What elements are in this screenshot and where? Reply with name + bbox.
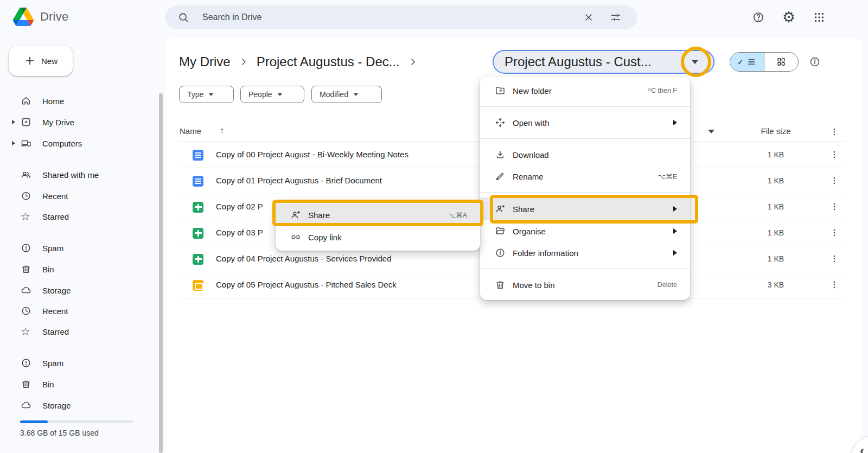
chevron-left-icon: ‹: [860, 443, 864, 453]
file-size-column-header[interactable]: File size: [754, 126, 797, 136]
docs-file-icon: [193, 150, 203, 161]
menu-divider: [480, 192, 690, 193]
search-bar[interactable]: [165, 5, 637, 29]
spam-icon: [21, 243, 31, 253]
rename-pencil-icon: [495, 171, 506, 182]
chevron-down-icon: [209, 93, 213, 96]
info-icon: [495, 247, 506, 258]
help-icon[interactable]: [748, 7, 769, 28]
clear-search-icon[interactable]: [579, 8, 598, 27]
link-icon: [290, 232, 301, 243]
menu-item-share[interactable]: Share: [480, 197, 690, 220]
cloud-icon: [21, 285, 31, 296]
expand-arrow-icon[interactable]: [12, 141, 15, 145]
row-more-options-icon[interactable]: [829, 149, 839, 162]
star-icon: ☆: [21, 326, 31, 337]
storage-progress-fill: [20, 420, 48, 423]
folder-menu-caret-icon[interactable]: [692, 60, 698, 64]
search-input[interactable]: [202, 12, 579, 22]
sidebar-item-my-drive[interactable]: My Drive: [0, 112, 152, 132]
details-info-icon[interactable]: [809, 56, 821, 68]
menu-divider: [480, 138, 690, 139]
slides-file-icon: [193, 280, 203, 291]
folder-context-menu: New folder ^C then F Open with Download …: [480, 76, 690, 300]
breadcrumb-current-folder[interactable]: Project Augustus - Cust...: [493, 50, 714, 74]
apps-grid-icon[interactable]: [808, 7, 830, 28]
top-bar: Drive ⚙: [0, 0, 868, 35]
sidebar-item-recent-2[interactable]: Recent: [0, 301, 152, 321]
submenu-arrow-icon: [673, 250, 677, 256]
row-more-options-icon[interactable]: [829, 253, 839, 266]
clock-icon: [21, 305, 31, 316]
menu-item-folder-information[interactable]: Folder information: [480, 242, 690, 264]
filter-chip-people[interactable]: People: [240, 86, 304, 103]
sidebar-item-home[interactable]: Home: [0, 91, 152, 111]
sidebar-item-bin-2[interactable]: Bin: [0, 374, 152, 394]
storage-progress-bar: [20, 420, 133, 423]
submenu-arrow-icon: [673, 120, 677, 125]
menu-item-move-to-bin[interactable]: Move to bin Delete: [480, 274, 690, 296]
filter-chip-type[interactable]: Type: [179, 86, 234, 103]
submenu-arrow-icon: [673, 228, 677, 234]
open-with-icon: [495, 117, 506, 128]
computers-icon: [21, 138, 31, 149]
sidebar-scrollbar[interactable]: [159, 93, 163, 453]
name-column-header[interactable]: Name: [180, 126, 201, 136]
view-toggle: ✓: [730, 52, 799, 72]
breadcrumb-parent-folder[interactable]: Project Augustus - Dec...: [257, 54, 400, 69]
chevron-right-icon: [407, 56, 418, 67]
organise-folder-icon: [495, 226, 506, 237]
menu-item-open-with[interactable]: Open with: [480, 112, 690, 133]
new-button-label: New: [41, 56, 58, 66]
chevron-down-icon: [278, 93, 282, 96]
drive-logo-icon: [13, 8, 34, 26]
sidebar-item-spam[interactable]: Spam: [0, 238, 152, 258]
menu-divider: [480, 106, 690, 107]
my-drive-icon: [21, 117, 31, 127]
filter-chip-modified[interactable]: Modified: [311, 86, 382, 103]
menu-item-organise[interactable]: Organise: [480, 220, 690, 242]
drive-brand[interactable]: Drive: [13, 8, 68, 26]
row-more-options-icon[interactable]: [829, 175, 839, 188]
sidebar-item-storage[interactable]: Storage: [0, 280, 152, 301]
sidebar-item-shared-with-me[interactable]: Shared with me: [0, 164, 152, 185]
star-icon: ☆: [21, 211, 31, 222]
submenu-item-copy-link[interactable]: Copy link: [276, 226, 480, 248]
list-lines-icon: [747, 57, 757, 67]
submenu-item-share[interactable]: Share ⌥⌘A: [276, 203, 480, 226]
person-add-icon: [495, 203, 506, 214]
new-folder-icon: [495, 85, 506, 96]
sidebar-item-starred-2[interactable]: ☆ Starred: [0, 321, 152, 342]
sheets-file-icon: [193, 202, 203, 213]
check-icon: ✓: [737, 58, 744, 66]
column-options-icon[interactable]: [829, 126, 839, 139]
column-sort-caret-icon[interactable]: [708, 130, 714, 133]
trash-icon: [495, 279, 506, 290]
menu-item-download[interactable]: Download: [480, 144, 690, 165]
settings-gear-icon[interactable]: ⚙: [778, 7, 800, 28]
menu-item-new-folder[interactable]: New folder ^C then F: [480, 80, 690, 101]
sidebar-item-bin[interactable]: Bin: [0, 259, 152, 279]
menu-divider: [480, 269, 690, 269]
sort-ascending-icon[interactable]: ↑: [220, 126, 224, 136]
sidebar-item-starred[interactable]: ☆ Starred: [0, 206, 152, 227]
row-more-options-icon[interactable]: [829, 201, 839, 214]
new-button[interactable]: New: [9, 46, 73, 76]
sidebar-item-storage-2[interactable]: Storage: [0, 395, 152, 416]
download-icon: [495, 149, 506, 160]
row-more-options-icon[interactable]: [829, 279, 839, 292]
advanced-search-icon[interactable]: [606, 8, 626, 27]
grid-icon: [776, 57, 786, 67]
home-icon: [21, 95, 31, 106]
storage-usage-text: 3.68 GB of 15 GB used: [20, 429, 99, 437]
row-more-options-icon[interactable]: [829, 227, 839, 240]
cloud-icon: [21, 400, 31, 411]
sidebar-item-computers[interactable]: Computers: [0, 133, 152, 154]
list-view-button[interactable]: ✓: [730, 53, 764, 71]
menu-item-rename[interactable]: Rename ⌥⌘E: [480, 165, 690, 187]
sidebar-item-spam-2[interactable]: Spam: [0, 353, 152, 373]
expand-arrow-icon[interactable]: [12, 120, 15, 124]
sidebar-item-recent[interactable]: Recent: [0, 186, 152, 206]
breadcrumb-my-drive[interactable]: My Drive: [179, 54, 231, 69]
grid-view-button[interactable]: [764, 53, 798, 71]
